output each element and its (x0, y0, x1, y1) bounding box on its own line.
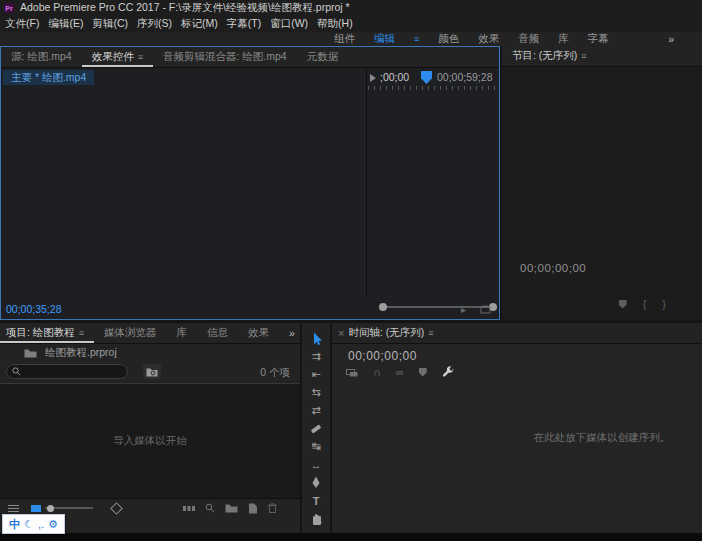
add-marker-icon[interactable] (419, 368, 427, 377)
workspace-audio[interactable]: 音频 (518, 32, 539, 46)
find-icon[interactable] (205, 503, 215, 513)
selection-tool[interactable] (307, 331, 325, 346)
ripple-edit-tool[interactable]: ⇤ (307, 367, 325, 382)
panel-menu-icon[interactable]: ≡ (138, 52, 143, 62)
panel-menu-icon[interactable]: ≡ (79, 328, 84, 338)
razor-tool[interactable] (307, 421, 325, 436)
search-in-bin-button[interactable] (143, 364, 161, 379)
snap-icon[interactable]: ∩ (373, 366, 381, 378)
tab-source-monitor[interactable]: 源: 绘图.mp4 (1, 47, 82, 67)
tab-audio-clip-mixer[interactable]: 音频剪辑混合器: 绘图.mp4 (153, 47, 297, 67)
project-file-icon (24, 348, 37, 358)
insert-overwrite-nest-icon[interactable] (346, 367, 358, 377)
add-marker-icon[interactable] (619, 300, 627, 309)
export-frame-icon[interactable] (480, 305, 491, 315)
workspace-assembly[interactable]: 组件 (334, 32, 355, 46)
project-tabbar: 项目: 绘图教程 ≡ 媒体浏览器 库 信息 效果 » (0, 323, 300, 344)
timeline-timecode[interactable]: 00;00;00;00 (348, 349, 417, 363)
zoom-slider-handle[interactable] (47, 505, 54, 512)
mark-in-icon[interactable]: { (643, 298, 647, 310)
menu-edit[interactable]: 编辑(E) (48, 17, 83, 31)
workspace-libraries[interactable]: 库 (558, 32, 569, 46)
tab-effect-controls[interactable]: 效果控件 ≡ (82, 47, 153, 67)
mark-out-icon[interactable]: } (662, 298, 666, 310)
timeline-view-toggle-icon[interactable] (370, 74, 376, 82)
rolling-edit-icon: ⇆ (311, 386, 320, 399)
automate-to-sequence-icon[interactable] (112, 504, 121, 513)
timeline-settings-wrench-icon[interactable] (442, 366, 455, 379)
tab-metadata[interactable]: 元数据 (297, 47, 349, 67)
premiere-window: Pr Adobe Premiere Pro CC 2017 - F:\录屏文件\… (0, 0, 702, 541)
workspace-editing[interactable]: 编辑 (374, 32, 395, 46)
clear-trash-icon[interactable] (268, 503, 277, 513)
menu-sequence[interactable]: 序列(S) (137, 17, 172, 31)
panel-menu-icon[interactable]: ≡ (581, 51, 586, 61)
search-box[interactable] (6, 364, 128, 379)
current-timecode[interactable]: 00;00;35;28 (6, 303, 61, 315)
rolling-edit-tool[interactable]: ⇆ (307, 385, 325, 400)
folder-search-icon (146, 367, 158, 377)
timeline-toolbar: ∩ ∞ (346, 365, 455, 379)
project-panel: 项目: 绘图教程 ≡ 媒体浏览器 库 信息 效果 » 绘图教程.prproj 0… (0, 323, 300, 533)
new-bin-icon[interactable] (225, 503, 238, 513)
playhead-timecode[interactable]: ;00;00 (380, 71, 409, 83)
track-select-forward-icon: ⇉ (311, 350, 320, 363)
hand-icon (310, 512, 322, 525)
workspace-overflow-chevron[interactable]: » (668, 33, 674, 45)
ime-mode-button[interactable]: 中 (9, 517, 20, 532)
slide-tool[interactable]: ↔ (307, 457, 325, 472)
effect-controls-divider[interactable] (366, 68, 367, 297)
project-root-row[interactable]: 绘图教程.prproj (0, 345, 117, 361)
panel-menu-icon[interactable]: ≡ (428, 328, 433, 338)
new-item-icon[interactable] (248, 503, 258, 514)
track-select-forward-tool[interactable]: ⇉ (307, 349, 325, 364)
selection-tool-icon (310, 332, 323, 346)
hand-tool[interactable] (307, 511, 325, 526)
punctuation-icon[interactable]: ,. (38, 518, 44, 530)
menu-help[interactable]: 帮助(H) (317, 17, 353, 31)
workspace-effects[interactable]: 效果 (478, 32, 499, 46)
tab-media-browser[interactable]: 媒体浏览器 (94, 323, 167, 343)
app-icon: Pr (4, 3, 14, 13)
menu-clip[interactable]: 剪辑(C) (92, 17, 128, 31)
menu-marker[interactable]: 标记(M) (181, 17, 218, 31)
slip-icon: ↹ (311, 440, 320, 453)
playhead-marker-icon[interactable] (421, 71, 432, 84)
tab-libraries[interactable]: 库 (167, 323, 198, 343)
mini-timeline-ruler[interactable] (368, 86, 498, 90)
window-title: Adobe Premiere Pro CC 2017 - F:\录屏文件\经验视… (20, 1, 350, 15)
workspace-menu-icon[interactable]: ≡ (414, 34, 419, 44)
title-bar[interactable]: Pr Adobe Premiere Pro CC 2017 - F:\录屏文件\… (0, 0, 702, 16)
tab-effects[interactable]: 效果 (238, 323, 279, 343)
linked-selection-icon[interactable]: ∞ (396, 366, 404, 378)
item-count: 0 个项 (260, 366, 290, 380)
list-view-icon[interactable] (8, 504, 19, 513)
project-item-list[interactable]: 导入媒体以开始 (0, 383, 300, 499)
tab-timeline[interactable]: 时间轴: (无序列) ≡ (344, 323, 443, 343)
adjust-icon[interactable] (183, 504, 195, 513)
mini-play-icon[interactable]: ▸ (461, 304, 466, 315)
clip-header[interactable]: 主要 * 绘图.mp4 (3, 70, 94, 85)
empty-timeline-hint: 在此处放下媒体以创建序列。 (517, 431, 687, 445)
pen-tool[interactable] (307, 475, 325, 490)
icon-view-icon[interactable] (31, 504, 41, 513)
tab-program-monitor[interactable]: 节目: (无序列) ≡ (502, 46, 597, 66)
workspace-color[interactable]: 颜色 (438, 32, 459, 46)
program-timecode[interactable]: 00;00;00;00 (520, 262, 586, 274)
slip-tool[interactable]: ↹ (307, 439, 325, 454)
empty-project-hint: 导入媒体以开始 (113, 434, 187, 448)
ime-toolbar[interactable]: 中 ☾ ,. ⚙ (2, 514, 65, 534)
rate-stretch-icon: ⇄ (311, 404, 320, 417)
workspace-titles[interactable]: 字幕 (588, 32, 609, 46)
search-input[interactable] (25, 365, 124, 378)
tab-project[interactable]: 项目: 绘图教程 ≡ (0, 323, 94, 343)
menu-title[interactable]: 字幕(T) (227, 17, 261, 31)
rate-stretch-tool[interactable]: ⇄ (307, 403, 325, 418)
menu-file[interactable]: 文件(F) (5, 17, 39, 31)
type-tool[interactable]: T (307, 493, 325, 508)
menu-window[interactable]: 窗口(W) (270, 17, 308, 31)
scrollbar-handle-left[interactable] (379, 303, 387, 311)
tab-info[interactable]: 信息 (197, 323, 238, 343)
moon-icon[interactable]: ☾ (24, 518, 34, 531)
gear-icon[interactable]: ⚙ (48, 518, 58, 531)
